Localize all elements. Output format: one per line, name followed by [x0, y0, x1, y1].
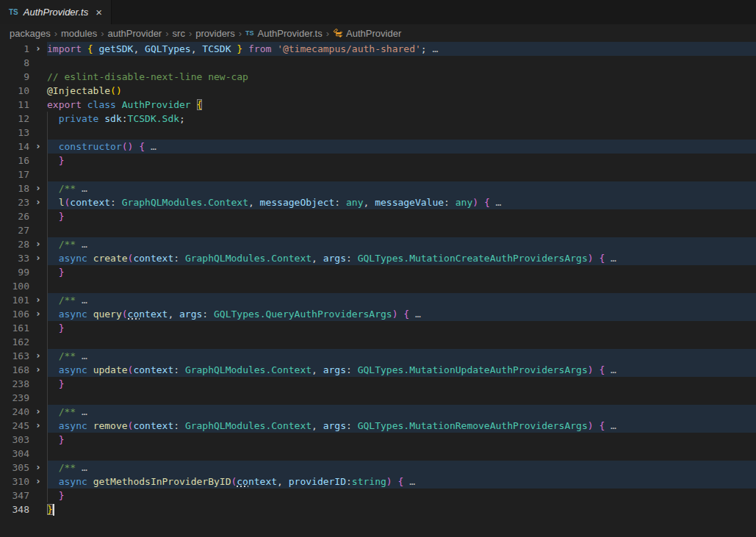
fold-chevron-icon[interactable]: ›: [29, 140, 47, 154]
code-token: class: [87, 99, 122, 110]
code-line[interactable]: 14› constructor() { …: [0, 140, 756, 154]
fold-chevron-icon[interactable]: ›: [29, 461, 47, 475]
fold-chevron-icon[interactable]: ›: [29, 307, 47, 321]
code-line[interactable]: 161 }: [0, 321, 756, 335]
code-token: args: [323, 364, 346, 375]
code-line[interactable]: 162: [0, 335, 756, 349]
code-line[interactable]: 310› async getMethodsInProviderByID(cont…: [0, 475, 756, 489]
code-text: [47, 223, 756, 237]
line-number: 28: [0, 237, 29, 251]
line-number: 13: [0, 126, 29, 140]
code-token: …: [76, 183, 87, 194]
line-number: 9: [0, 70, 29, 84]
code-token: GQLTypes.MutationCreateAuthProvidersArgs: [358, 253, 588, 264]
code-line[interactable]: 1›import { getSDK, GQLTypes, TCSDK } fro…: [0, 42, 756, 56]
fold-chevron-icon[interactable]: ›: [29, 293, 47, 307]
code-area[interactable]: 1›import { getSDK, GQLTypes, TCSDK } fro…: [0, 42, 756, 537]
breadcrumb-item-authprovider-ts[interactable]: TSAuthProvider.ts: [245, 28, 323, 39]
code-token: export: [47, 99, 87, 110]
code-line[interactable]: 245› async remove(context: GraphQLModule…: [0, 419, 756, 433]
code-token: :: [173, 364, 185, 375]
code-token: {: [484, 197, 490, 208]
fold-gutter: [29, 433, 47, 447]
breadcrumb-item-providers[interactable]: providers: [195, 28, 234, 39]
fold-gutter: [29, 391, 47, 405]
code-line[interactable]: 303 }: [0, 433, 756, 447]
code-text: async update(context: GraphQLModules.Con…: [47, 363, 756, 377]
code-token: :: [346, 476, 352, 487]
indent-guide: [47, 307, 48, 321]
line-number: 10: [0, 84, 29, 98]
fold-chevron-icon[interactable]: ›: [29, 251, 47, 265]
code-token: context: [133, 364, 173, 375]
fold-chevron-icon[interactable]: ›: [29, 195, 47, 209]
fold-chevron-icon[interactable]: ›: [29, 237, 47, 251]
code-token: string: [352, 476, 386, 487]
code-line[interactable]: 304: [0, 447, 756, 461]
indent-guide: [47, 433, 48, 447]
code-line[interactable]: 348}: [0, 502, 756, 516]
code-text: private sdk:TCSDK.Sdk;: [47, 112, 756, 126]
code-token: async: [59, 309, 93, 320]
code-line[interactable]: 240› /** …: [0, 405, 756, 419]
code-line[interactable]: 18› /** …: [0, 181, 756, 195]
code-line[interactable]: 26 }: [0, 209, 756, 223]
code-line[interactable]: 16 }: [0, 154, 756, 167]
code-token: GQLTypes: [145, 43, 191, 54]
indent-guide: [47, 112, 48, 126]
fold-chevron-icon[interactable]: ›: [29, 419, 47, 433]
breadcrumb-item-packages[interactable]: packages: [10, 28, 51, 39]
breadcrumb-item-modules[interactable]: modules: [61, 28, 97, 39]
tab-authprovider[interactable]: TS AuthProvider.ts ×: [0, 0, 112, 24]
indent-guide: [47, 181, 48, 195]
code-token: [47, 350, 59, 361]
code-token: from: [242, 43, 277, 54]
breadcrumb-item-src[interactable]: src: [173, 28, 185, 39]
code-line[interactable]: 238 }: [0, 377, 756, 391]
code-line[interactable]: 13: [0, 126, 756, 140]
code-text: async remove(context: GraphQLModules.Con…: [47, 419, 756, 433]
code-line[interactable]: 101› /** …: [0, 293, 756, 307]
code-token: }: [47, 434, 64, 445]
close-icon[interactable]: ×: [96, 6, 102, 18]
code-line[interactable]: 10@Injectable(): [0, 84, 756, 98]
code-token: context: [133, 253, 173, 264]
code-line[interactable]: 28› /** …: [0, 237, 756, 251]
code-line[interactable]: 12 private sdk:TCSDK.Sdk;: [0, 112, 756, 126]
indent-guide: [47, 419, 48, 433]
code-line[interactable]: 11export class AuthProvider {: [0, 98, 756, 112]
code-token: update: [93, 364, 128, 375]
code-line[interactable]: 347 }: [0, 489, 756, 502]
code-line[interactable]: 23› l(context: GraphQLModules.Context, m…: [0, 195, 756, 209]
code-line[interactable]: 8: [0, 56, 756, 70]
breadcrumb-item-authprovider[interactable]: authProvider: [107, 28, 162, 39]
code-line[interactable]: 9// eslint-disable-next-line new-cap: [0, 70, 756, 84]
code-line[interactable]: 168› async update(context: GraphQLModule…: [0, 363, 756, 377]
code-line[interactable]: 17: [0, 167, 756, 181]
code-text: /** …: [47, 461, 756, 475]
code-text: constructor() { …: [47, 140, 756, 154]
code-line[interactable]: 106› async query(context, args: GQLTypes…: [0, 307, 756, 321]
code-line[interactable]: 100: [0, 279, 756, 293]
fold-chevron-icon[interactable]: ›: [29, 475, 47, 489]
fold-chevron-icon[interactable]: ›: [29, 363, 47, 377]
fold-chevron-icon[interactable]: ›: [29, 349, 47, 363]
fold-chevron-icon[interactable]: ›: [29, 181, 47, 195]
code-line[interactable]: 99 }: [0, 265, 756, 279]
code-line[interactable]: 33› async create(context: GraphQLModules…: [0, 251, 756, 265]
code-token: :: [173, 420, 185, 431]
code-line[interactable]: 305› /** …: [0, 461, 756, 475]
code-token: query: [93, 309, 122, 320]
code-line[interactable]: 163› /** …: [0, 349, 756, 363]
code-line[interactable]: 239: [0, 391, 756, 405]
breadcrumb-item-authprovider[interactable]: AuthProvider: [333, 28, 401, 39]
code-text: @Injectable(): [47, 84, 756, 98]
fold-chevron-icon[interactable]: ›: [29, 405, 47, 419]
code-line[interactable]: 27: [0, 223, 756, 237]
line-number: 310: [0, 475, 29, 489]
fold-chevron-icon[interactable]: ›: [29, 42, 47, 56]
code-token: (: [122, 309, 128, 320]
code-token: getSDK: [93, 43, 134, 54]
code-text: }: [47, 209, 756, 223]
code-token: {: [87, 43, 93, 54]
